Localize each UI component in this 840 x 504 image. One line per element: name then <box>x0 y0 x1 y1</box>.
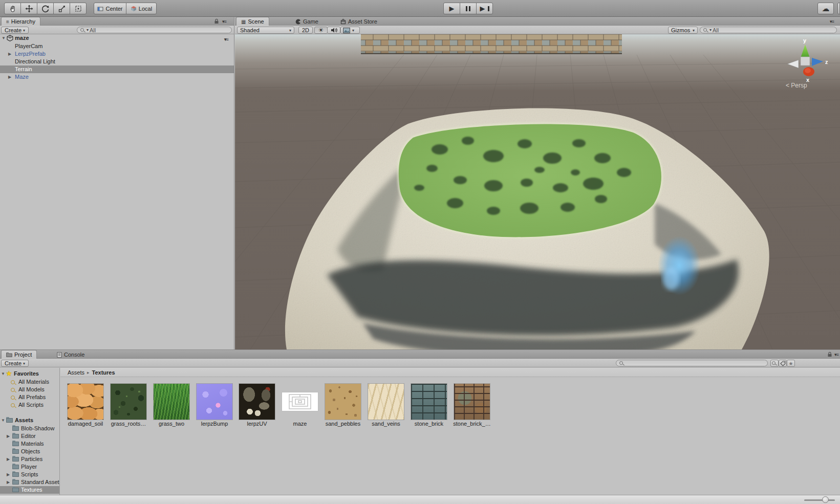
asset-label[interactable]: stone_brick_… <box>450 421 493 427</box>
asset-label[interactable]: maze <box>278 421 321 427</box>
disclosure-closed-icon[interactable]: ▶ <box>7 432 10 440</box>
folder-blob-shadow[interactable]: Blob-Shadow <box>0 425 60 432</box>
tab-console[interactable]: Console <box>54 350 88 359</box>
projection-mode-toggle[interactable]: < Persp <box>786 82 807 89</box>
rect-tool-button[interactable] <box>70 3 87 14</box>
asset-label[interactable]: sand_pebbles <box>321 421 364 427</box>
assets-root[interactable]: ▼ Assets <box>0 417 60 424</box>
hierarchy-scene-row[interactable]: ▼ maze ▾≡ <box>0 34 234 42</box>
disclosure-closed-icon[interactable]: ▶ <box>8 73 11 81</box>
project-create-button[interactable]: Create ▾ <box>1 360 29 367</box>
disclosure-closed-icon[interactable]: ▶ <box>8 50 11 58</box>
play-button[interactable]: ▶ <box>443 3 460 14</box>
scene-lighting-button[interactable]: ☀ <box>314 27 328 34</box>
breadcrumb-assets[interactable]: Assets <box>68 369 84 376</box>
folder-particles[interactable]: ▶ Particles <box>0 455 60 463</box>
tab-hierarchy[interactable]: ≡ Hierarchy <box>1 17 40 26</box>
asset-label[interactable]: grass_roots… <box>107 421 150 427</box>
move-tool-button[interactable] <box>20 3 37 14</box>
gizmos-dropdown[interactable]: Gizmos ▾ <box>668 27 698 34</box>
disclosure-open-icon[interactable]: ▼ <box>2 34 6 42</box>
asset-thumb-stone-brick[interactable] <box>411 383 447 420</box>
search-by-label-button[interactable] <box>779 360 787 367</box>
pivot-center-button[interactable]: Center <box>94 3 126 14</box>
hierarchy-search-input[interactable]: ▾ All <box>77 27 232 33</box>
pause-button[interactable] <box>460 3 477 14</box>
hierarchy-tab-label: Hierarchy <box>11 18 35 25</box>
favorites-root[interactable]: ▼ ★ Favorites <box>0 370 60 378</box>
disclosure-open-icon[interactable]: ▼ <box>1 417 5 424</box>
favorite-all-scripts[interactable]: All Scripts <box>0 401 60 409</box>
folder-editor[interactable]: ▶ Editor <box>0 432 60 440</box>
asset-label[interactable]: grass_two <box>150 421 193 427</box>
asset-thumb-maze[interactable] <box>282 392 318 411</box>
project-folder-tree: ▼ ★ Favorites All Materials All Models A… <box>0 368 60 495</box>
hierarchy-item-directional-light[interactable]: Directional Light <box>0 58 234 65</box>
panel-menu-icon[interactable]: ▾≡ <box>830 19 834 24</box>
asset-label[interactable]: lerpzBump <box>193 421 236 427</box>
chevron-down-icon: ▾ <box>352 28 354 33</box>
scene-search-input[interactable]: ▾ All <box>700 27 837 33</box>
shading-mode-dropdown[interactable]: Shaded ▾ <box>237 27 294 34</box>
asset-thumb-lerpzuv[interactable] <box>239 383 275 420</box>
pivot-local-button[interactable]: Local <box>126 3 157 14</box>
gizmo-cube[interactable] <box>801 57 810 65</box>
folder-player[interactable]: Player <box>0 463 60 471</box>
asset-thumb-damaged-soil[interactable] <box>67 383 104 420</box>
tab-project[interactable]: Project <box>1 350 37 359</box>
breadcrumb-textures[interactable]: Textures <box>92 369 115 376</box>
asset-label[interactable]: lerpzUV <box>235 421 278 427</box>
folder-scripts[interactable]: ▶ Scripts <box>0 471 60 478</box>
project-search-input[interactable] <box>616 360 768 366</box>
asset-label[interactable]: stone_brick <box>407 421 450 427</box>
disclosure-closed-icon[interactable]: ▶ <box>7 455 10 463</box>
folder-objects[interactable]: Objects <box>0 448 60 455</box>
asset-thumb-stone-brick-2[interactable] <box>454 383 490 420</box>
hierarchy-create-button[interactable]: Create ▾ <box>1 27 29 34</box>
tab-game[interactable]: Game <box>292 17 321 26</box>
search-by-type-button[interactable] <box>770 360 779 367</box>
tab-scene[interactable]: ▦ Scene <box>236 17 269 26</box>
cloud-services-button[interactable]: ☁ <box>817 3 834 14</box>
favorite-all-prefabs[interactable]: All Prefabs <box>0 393 60 401</box>
asset-thumb-lerpzbump[interactable] <box>196 383 233 420</box>
account-button-clipped[interactable] <box>837 3 840 14</box>
panel-menu-icon[interactable]: ▾≡ <box>222 19 226 24</box>
hand-tool-button[interactable] <box>4 3 21 14</box>
hierarchy-item-terrain-selected[interactable]: Terrain <box>0 65 234 73</box>
scene-effects-button[interactable]: ▾ <box>340 27 360 34</box>
toggle-2d-button[interactable]: 2D <box>298 27 313 34</box>
asset-thumb-grass-two[interactable] <box>153 383 190 420</box>
scene-audio-button[interactable] <box>327 27 340 34</box>
disclosure-open-icon[interactable]: ▼ <box>1 370 5 378</box>
step-button[interactable]: ▶ <box>476 3 493 14</box>
thumbnail-size-slider-knob[interactable] <box>822 496 829 503</box>
lock-icon[interactable] <box>827 352 832 357</box>
favorite-all-materials[interactable]: All Materials <box>0 378 60 386</box>
scale-tool-button[interactable] <box>53 3 70 14</box>
asset-label[interactable]: sand_veins <box>364 421 407 427</box>
hierarchy-item-playercam[interactable]: PlayerCam <box>0 42 234 50</box>
disclosure-closed-icon[interactable]: ▶ <box>7 478 10 486</box>
asset-thumb-sand-pebbles[interactable] <box>325 383 361 420</box>
asset-thumb-sand-veins[interactable] <box>368 383 404 420</box>
rotate-tool-button[interactable] <box>37 3 54 14</box>
folder-materials[interactable]: Materials <box>0 440 60 448</box>
hierarchy-item-maze[interactable]: ▶ Maze <box>0 73 234 81</box>
cloud-icon: ☁ <box>822 5 830 12</box>
folder-standard-assets[interactable]: ▶ Standard Assets <box>0 478 60 486</box>
thumbnail-size-slider-track[interactable] <box>804 499 835 501</box>
panel-menu-icon[interactable]: ▾≡ <box>834 352 838 357</box>
lock-icon[interactable] <box>214 18 219 24</box>
asset-label[interactable]: damaged_soil <box>64 421 107 427</box>
stone-wall[interactable] <box>361 34 622 54</box>
scene-tabstrip: ▦ Scene Game Asset Store ▾≡ <box>235 17 840 26</box>
favorite-all-models[interactable]: All Models <box>0 386 60 393</box>
hierarchy-item-lerpzprefab[interactable]: ▶ LerpzPrefab <box>0 50 234 58</box>
folder-textures-selected[interactable]: Textures <box>0 486 60 494</box>
disclosure-closed-icon[interactable]: ▶ <box>7 471 10 478</box>
tab-asset-store[interactable]: Asset Store <box>337 17 380 26</box>
scene-viewport[interactable]: y z x <box>235 34 840 349</box>
asset-thumb-grass-roots[interactable] <box>110 383 147 420</box>
save-search-button[interactable]: ★ <box>787 360 795 367</box>
